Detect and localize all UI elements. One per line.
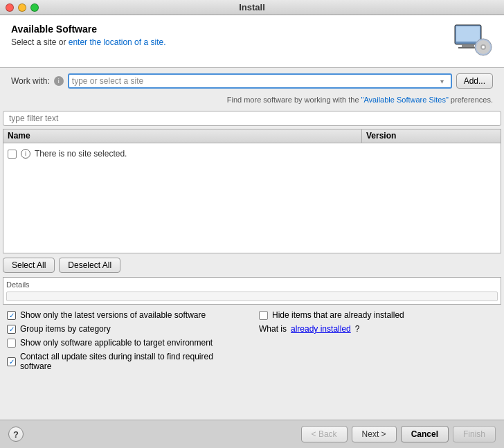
no-site-message: There is no site selected. bbox=[35, 149, 127, 159]
enter-location-link[interactable]: enter the location of a site. bbox=[69, 37, 166, 47]
option-group-category: Group items by category bbox=[7, 324, 245, 334]
what-installed-text: What is bbox=[259, 324, 287, 334]
cancel-button[interactable]: Cancel bbox=[401, 426, 449, 442]
row-checkbox[interactable] bbox=[8, 150, 17, 159]
select-all-button[interactable]: Select All bbox=[3, 258, 55, 273]
svg-rect-1 bbox=[456, 26, 480, 42]
option-contact-update: Contact all update sites during install … bbox=[7, 352, 245, 371]
filter-input[interactable] bbox=[3, 111, 501, 126]
next-button[interactable]: Next > bbox=[352, 426, 397, 442]
info-circle-icon: i bbox=[21, 149, 30, 159]
svg-point-6 bbox=[482, 46, 485, 48]
options-right-column: Hide items that are already installed Wh… bbox=[259, 310, 497, 371]
add-button[interactable]: Add... bbox=[456, 73, 493, 89]
site-combo-text: type or select a site bbox=[72, 76, 143, 86]
window-controls[interactable] bbox=[6, 3, 39, 12]
what-installed-suffix: ? bbox=[355, 324, 360, 334]
options-section: Show only the latest versions of availab… bbox=[0, 305, 504, 377]
filter-row bbox=[0, 108, 504, 129]
deselect-all-button[interactable]: Deselect All bbox=[59, 258, 120, 273]
contact-update-label: Contact all update sites during install … bbox=[20, 352, 245, 371]
table-row-empty: i There is no site selected. bbox=[3, 143, 501, 164]
header-section: Available Software Select a site or ente… bbox=[0, 15, 504, 68]
show-latest-label: Show only the latest versions of availab… bbox=[20, 310, 206, 320]
already-installed-link[interactable]: already installed bbox=[291, 324, 351, 334]
back-button[interactable]: < Back bbox=[301, 426, 348, 442]
option-show-latest: Show only the latest versions of availab… bbox=[7, 310, 245, 320]
subtitle-text: Select a site or bbox=[11, 37, 69, 47]
combo-arrow-icon[interactable]: ▾ bbox=[437, 75, 448, 87]
find-more-row: Find more software by working with the "… bbox=[0, 94, 504, 108]
details-section: Details bbox=[3, 277, 501, 305]
hide-installed-checkbox[interactable] bbox=[259, 311, 268, 320]
bottom-left: ? bbox=[8, 427, 24, 442]
info-icon: i bbox=[58, 78, 60, 84]
header-subtitle: Select a site or enter the location of a… bbox=[11, 37, 165, 47]
close-button[interactable] bbox=[6, 3, 14, 12]
header-text: Available Software Select a site or ente… bbox=[11, 24, 165, 47]
work-with-label: Work with: bbox=[11, 76, 50, 86]
contact-update-checkbox[interactable] bbox=[7, 357, 16, 366]
options-left-column: Show only the latest versions of availab… bbox=[7, 310, 245, 371]
finish-button[interactable]: Finish bbox=[453, 426, 496, 442]
bottom-bar: ? < Back Next > Cancel Finish bbox=[0, 420, 504, 448]
option-hide-installed: Hide items that are already installed bbox=[259, 310, 497, 320]
find-more-suffix: preferences. bbox=[449, 96, 493, 104]
minimize-button[interactable] bbox=[18, 3, 26, 12]
hide-installed-label: Hide items that are already installed bbox=[272, 310, 404, 320]
work-with-row: Work with: i type or select a site ▾ Add… bbox=[0, 68, 504, 94]
details-bar bbox=[6, 292, 498, 301]
group-category-label: Group items by category bbox=[20, 324, 111, 334]
find-more-text: Find more software by working with the bbox=[227, 96, 361, 104]
bottom-buttons: < Back Next > Cancel Finish bbox=[301, 426, 496, 442]
table-header: Name Version bbox=[3, 129, 501, 143]
help-button[interactable]: ? bbox=[8, 427, 24, 442]
select-buttons-row: Select All Deselect All bbox=[0, 253, 504, 277]
option-what-installed: What is already installed? bbox=[259, 324, 497, 334]
title-bar: Install bbox=[0, 0, 504, 15]
computer-icon bbox=[451, 24, 493, 60]
show-latest-checkbox[interactable] bbox=[7, 311, 16, 320]
show-applicable-checkbox[interactable] bbox=[7, 339, 16, 348]
maximize-button[interactable] bbox=[30, 3, 39, 12]
show-applicable-label: Show only software applicable to target … bbox=[20, 338, 213, 348]
available-software-sites-link[interactable]: "Available Software Sites" bbox=[361, 96, 449, 104]
group-category-checkbox[interactable] bbox=[7, 325, 16, 334]
details-label: Details bbox=[6, 280, 498, 289]
options-row: Show only the latest versions of availab… bbox=[7, 310, 497, 371]
info-button[interactable]: i bbox=[54, 76, 64, 86]
version-column-header: Version bbox=[362, 129, 501, 143]
site-combo[interactable]: type or select a site ▾ bbox=[68, 73, 452, 89]
option-show-applicable: Show only software applicable to target … bbox=[7, 338, 245, 348]
table-body: i There is no site selected. bbox=[3, 143, 501, 253]
section-title: Available Software bbox=[11, 24, 165, 35]
name-column-header: Name bbox=[3, 129, 362, 143]
software-table: Name Version i There is no site selected… bbox=[3, 129, 501, 253]
main-content: Available Software Select a site or ente… bbox=[0, 15, 504, 420]
window-title: Install bbox=[239, 2, 265, 12]
svg-rect-2 bbox=[462, 44, 474, 47]
